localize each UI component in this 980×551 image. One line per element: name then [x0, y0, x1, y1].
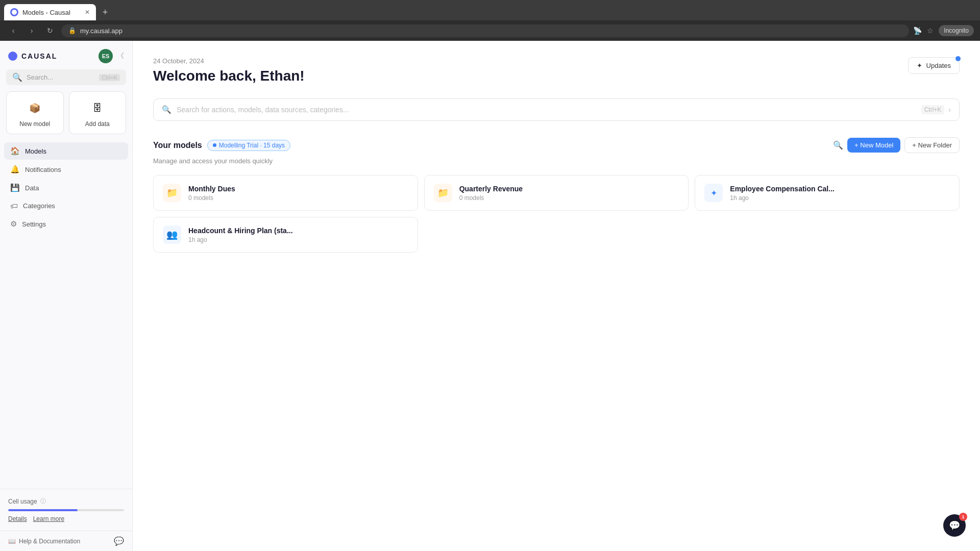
sidebar-item-settings[interactable]: ⚙ Settings: [4, 215, 128, 233]
sidebar-item-models-label: Models: [25, 147, 46, 155]
new-tab-button[interactable]: +: [98, 5, 112, 19]
models-title: Your models: [153, 141, 202, 150]
active-tab[interactable]: Models - Causal ✕: [4, 4, 96, 20]
sidebar-header: CAUSAL ES 《: [0, 41, 132, 69]
new-folder-button[interactable]: + New Folder: [904, 137, 960, 153]
models-section: Your models Modelling Trial · 15 days 🔍 …: [153, 137, 960, 253]
search-placeholder: Search...: [27, 73, 95, 81]
models-grid: 📁 Monthly Dues 0 models 📁 Quarterly Reve…: [153, 175, 960, 253]
employee-compensation-icon: ✦: [704, 184, 723, 202]
updates-plus-icon: ✦: [917, 62, 922, 69]
categories-icon: 🏷: [10, 202, 18, 210]
details-link[interactable]: Details: [8, 515, 27, 522]
trial-badge: Modelling Trial · 15 days: [207, 140, 290, 151]
quarterly-revenue-info: Quarterly Revenue 0 models: [459, 185, 523, 202]
help-label: Help & Documentation: [19, 538, 80, 545]
trial-badge-text: Modelling Trial · 15 days: [219, 142, 285, 149]
collapse-sidebar-button[interactable]: 《: [117, 52, 124, 61]
models-subtitle: Manage and access your models quickly: [153, 157, 960, 165]
cell-usage-label-text: Cell usage: [8, 498, 37, 505]
model-card-quarterly-revenue[interactable]: 📁 Quarterly Revenue 0 models: [424, 175, 689, 211]
main-search-box[interactable]: 🔍 Search for actions, models, data sourc…: [153, 98, 960, 121]
tab-bar: Models - Causal ✕ +: [0, 0, 980, 20]
models-header: Your models Modelling Trial · 15 days 🔍 …: [153, 137, 960, 153]
model-card-monthly-dues[interactable]: 📁 Monthly Dues 0 models: [153, 175, 418, 211]
tab-close-button[interactable]: ✕: [85, 9, 90, 16]
sidebar-footer: Cell usage ⓘ Details Learn more: [0, 489, 132, 531]
sidebar-header-right: ES 《: [99, 49, 124, 63]
back-button[interactable]: ‹: [6, 23, 20, 38]
logo: CAUSAL: [8, 52, 57, 61]
main-search-placeholder: Search for actions, models, data sources…: [177, 106, 916, 114]
updates-notification-dot: [955, 56, 961, 61]
updates-button[interactable]: ✦ Updates: [908, 57, 960, 74]
monthly-dues-folder-icon: 📁: [163, 184, 181, 202]
forward-button[interactable]: ›: [24, 23, 39, 38]
reload-button[interactable]: ↻: [43, 23, 57, 38]
monthly-dues-meta: 0 models: [188, 194, 235, 202]
model-card-headcount[interactable]: 👥 Headcount & Hiring Plan (sta... 1h ago: [153, 217, 418, 253]
tab-favicon: [10, 8, 18, 16]
headcount-name: Headcount & Hiring Plan (sta...: [188, 227, 293, 235]
models-search-icon[interactable]: 🔍: [833, 140, 843, 150]
add-data-label: Add data: [85, 120, 110, 128]
notifications-icon: 🔔: [10, 165, 20, 174]
logo-icon: [8, 52, 17, 61]
incognito-button[interactable]: Incognito: [939, 25, 974, 36]
search-shortcut: Ctrl+K: [99, 74, 120, 81]
browser-controls: ‹ › ↻ 🔒 my.causal.app 📡 ☆ Incognito: [0, 20, 980, 41]
updates-label: Updates: [926, 62, 951, 69]
sidebar-search-bar[interactable]: 🔍 Search... Ctrl+K: [6, 69, 126, 85]
new-model-label: New model: [19, 120, 50, 128]
settings-icon: ⚙: [10, 219, 17, 229]
add-data-quick-action[interactable]: 🗄 Add data: [69, 91, 127, 134]
lock-icon: 🔒: [68, 27, 76, 34]
new-model-button[interactable]: + New Model: [847, 138, 900, 153]
employee-compensation-name: Employee Compensation Cal...: [730, 185, 835, 193]
cast-icon[interactable]: 📡: [913, 27, 922, 35]
add-data-icon: 🗄: [89, 100, 106, 116]
app: CAUSAL ES 《 🔍 Search... Ctrl+K 📦 New mod…: [0, 41, 980, 551]
new-model-icon: 📦: [27, 100, 43, 116]
search-icon: 🔍: [12, 72, 22, 82]
new-model-quick-action[interactable]: 📦 New model: [6, 91, 64, 134]
logo-text: CAUSAL: [21, 52, 57, 60]
address-bar[interactable]: 🔒 my.causal.app: [61, 24, 909, 37]
models-title-group: Your models Modelling Trial · 15 days: [153, 140, 290, 151]
sidebar-item-models[interactable]: 🏠 Models: [4, 142, 128, 160]
cell-usage-info-icon: ⓘ: [40, 497, 46, 505]
address-text: my.causal.app: [80, 27, 122, 35]
search-box-right: Ctrl+K ›: [921, 105, 951, 114]
sidebar-item-settings-label: Settings: [22, 220, 46, 228]
learn-more-link[interactable]: Learn more: [33, 515, 64, 522]
sidebar: CAUSAL ES 《 🔍 Search... Ctrl+K 📦 New mod…: [0, 41, 133, 551]
models-icon: 🏠: [10, 146, 20, 156]
bookmark-icon[interactable]: ☆: [927, 27, 934, 35]
main-date: 24 October, 2024: [153, 57, 305, 65]
help-documentation-link[interactable]: 📖 Help & Documentation: [8, 538, 80, 545]
data-icon: 💾: [10, 183, 20, 192]
chat-bubble-badge: 1: [959, 513, 967, 521]
sidebar-item-categories-label: Categories: [23, 202, 55, 210]
chat-icon[interactable]: 💬: [114, 536, 124, 546]
sidebar-item-notifications-label: Notifications: [25, 166, 61, 173]
model-card-employee-compensation[interactable]: ✦ Employee Compensation Cal... 1h ago: [695, 175, 960, 211]
chat-bubble[interactable]: 💬 1: [943, 514, 966, 537]
sidebar-item-categories[interactable]: 🏷 Categories: [4, 197, 128, 214]
browser-chrome: Models - Causal ✕ + ‹ › ↻ 🔒 my.causal.ap…: [0, 0, 980, 41]
main-search-icon: 🔍: [162, 105, 172, 114]
employee-compensation-meta: 1h ago: [730, 194, 835, 202]
sidebar-item-data[interactable]: 💾 Data: [4, 179, 128, 196]
cell-usage-progress-fill: [8, 509, 78, 511]
avatar[interactable]: ES: [99, 49, 113, 63]
cell-usage-links: Details Learn more: [8, 515, 124, 522]
headcount-meta: 1h ago: [188, 236, 293, 243]
monthly-dues-info: Monthly Dues 0 models: [188, 185, 235, 202]
sidebar-item-notifications[interactable]: 🔔 Notifications: [4, 161, 128, 178]
search-shortcut: Ctrl+K: [921, 105, 945, 114]
quarterly-revenue-folder-icon: 📁: [434, 184, 452, 202]
trial-dot: [213, 143, 216, 147]
headcount-icon: 👥: [163, 226, 181, 244]
tab-title: Models - Causal: [22, 9, 70, 16]
quick-actions: 📦 New model 🗄 Add data: [0, 91, 132, 142]
